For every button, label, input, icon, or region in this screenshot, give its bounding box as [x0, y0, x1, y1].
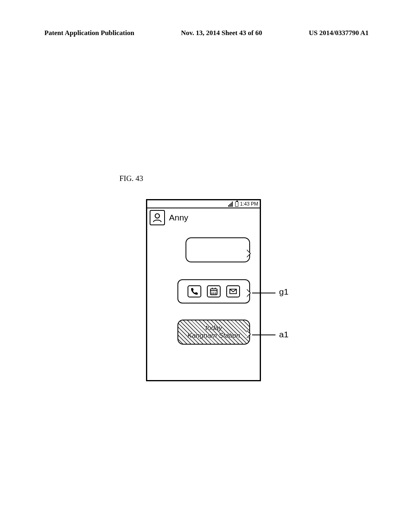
- header-left: Patent Application Publication: [44, 29, 134, 37]
- callout-g1: g1: [279, 287, 288, 297]
- patent-page: Patent Application Publication Nov. 13, …: [0, 0, 413, 532]
- status-time: 1:43 PM: [240, 201, 258, 207]
- leader-line-g1: [252, 293, 275, 293]
- calendar-day: 7: [213, 288, 214, 291]
- header-right: US 2014/0337790 A1: [309, 29, 369, 37]
- leader-line-a1: [252, 335, 275, 335]
- svg-point-0: [155, 214, 160, 218]
- signal-icon: [228, 202, 233, 207]
- contact-header: Anny: [147, 208, 260, 230]
- hatched-info-bubble: today Kangnam Station: [177, 320, 250, 345]
- header-center: Nov. 13, 2014 Sheet 43 of 60: [181, 29, 262, 37]
- figure-label: FIG. 43: [119, 174, 143, 183]
- status-bar: 1:43 PM: [147, 200, 260, 208]
- page-header: Patent Application Publication Nov. 13, …: [44, 29, 369, 37]
- phone-frame: 1:43 PM Anny 7: [146, 199, 261, 381]
- mail-icon[interactable]: [226, 285, 240, 297]
- calendar-icon[interactable]: 7: [207, 285, 221, 297]
- contact-name: Anny: [169, 213, 188, 222]
- callout-a1: a1: [279, 330, 288, 339]
- avatar-icon: [150, 210, 165, 225]
- phone-icon[interactable]: [188, 285, 201, 297]
- hatched-line1: today: [205, 324, 222, 332]
- outgoing-bubble-empty: [186, 237, 250, 262]
- hatched-line2: Kangnam Station: [188, 332, 240, 340]
- battery-icon: [235, 202, 238, 207]
- action-icon-panel: 7: [177, 279, 250, 303]
